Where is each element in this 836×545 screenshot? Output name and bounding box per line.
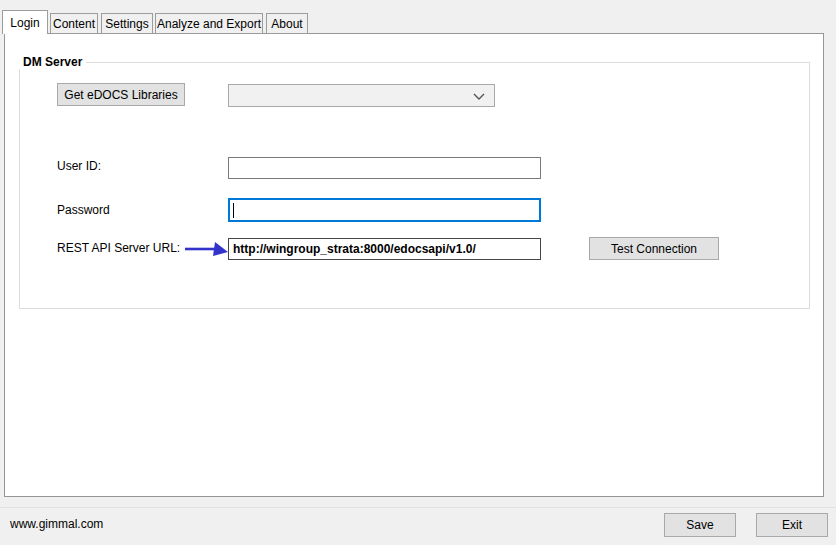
test-connection-button-label: Test Connection [611, 242, 697, 256]
exit-button[interactable]: Exit [756, 513, 828, 537]
password-label: Password [57, 203, 110, 217]
tab-analyze-and-export[interactable]: Analyze and Export [155, 13, 263, 34]
tab-content-label: Content [53, 17, 95, 31]
save-button[interactable]: Save [664, 513, 736, 537]
user-id-label: User ID: [57, 159, 101, 173]
rest-api-url-field[interactable] [228, 238, 541, 260]
chevron-down-icon [473, 93, 485, 100]
save-button-label: Save [686, 518, 713, 532]
user-id-field[interactable] [228, 157, 541, 179]
get-edocs-libraries-button-label: Get eDOCS Libraries [64, 88, 177, 102]
tab-login-label: Login [10, 16, 39, 30]
website-link[interactable]: www.gimmal.com [10, 517, 103, 531]
text-caret [233, 203, 234, 218]
password-field[interactable] [228, 198, 541, 222]
tab-settings[interactable]: Settings [101, 13, 153, 34]
tab-login[interactable]: Login [2, 10, 48, 34]
get-edocs-libraries-button[interactable]: Get eDOCS Libraries [57, 83, 185, 106]
tab-about-label: About [271, 17, 302, 31]
tab-settings-label: Settings [105, 17, 148, 31]
footer-divider [0, 507, 836, 508]
test-connection-button[interactable]: Test Connection [589, 237, 719, 260]
library-dropdown[interactable] [228, 84, 495, 107]
rest-api-url-label: REST API Server URL: [57, 241, 180, 255]
tab-analyze-and-export-label: Analyze and Export [157, 17, 261, 31]
annotation-arrow-icon [184, 240, 230, 262]
tab-content[interactable]: Content [50, 13, 98, 34]
dm-server-groupbox-label: DM Server [19, 55, 86, 69]
tab-about[interactable]: About [266, 13, 308, 34]
exit-button-label: Exit [782, 518, 802, 532]
